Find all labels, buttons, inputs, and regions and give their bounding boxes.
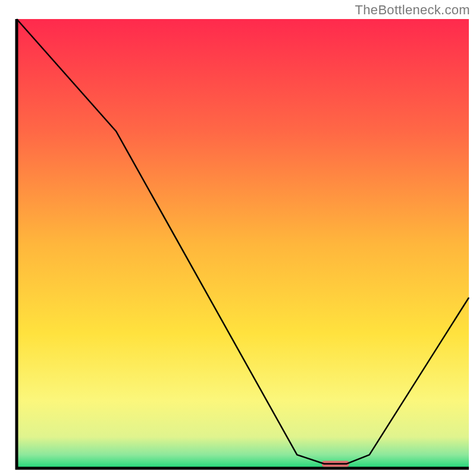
chart-background — [17, 19, 469, 468]
watermark-text: TheBottleneck.com — [355, 2, 470, 18]
bottleneck-chart — [12, 18, 470, 473]
chart-container — [12, 18, 470, 473]
